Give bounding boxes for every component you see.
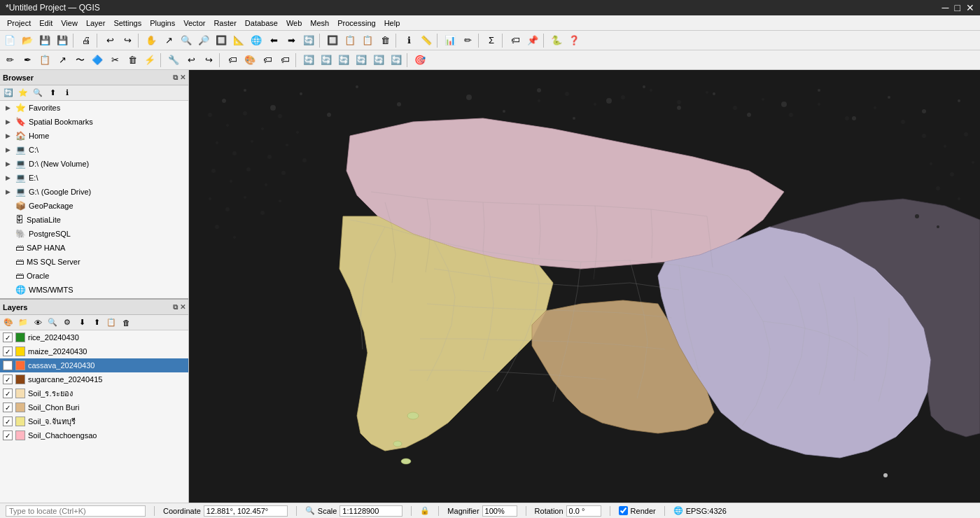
browser-tree-item[interactable]: ▶ 💻 C:\ bbox=[0, 143, 188, 157]
label-edit-3[interactable]: 🏷 bbox=[259, 52, 276, 69]
identify-button[interactable]: ℹ bbox=[400, 32, 417, 49]
pan-to-selection-button[interactable]: ↗ bbox=[160, 32, 177, 49]
digitize-btn-4[interactable]: ↗ bbox=[54, 52, 71, 69]
layer-item[interactable]: ✓ rice_20240430 bbox=[0, 330, 188, 344]
browser-add-fav-btn[interactable]: ⭐ bbox=[16, 87, 30, 99]
browser-refresh-btn[interactable]: 🔄 bbox=[1, 87, 15, 99]
menu-item-vector[interactable]: Vector bbox=[179, 18, 209, 29]
new-project-button[interactable]: 📄 bbox=[1, 32, 18, 49]
browser-filter-btn[interactable]: 🔍 bbox=[31, 87, 45, 99]
epsg-item[interactable]: 🌐 EPSG:4326 bbox=[673, 506, 727, 515]
layer-item[interactable]: ✓ Soil_ร.ระยอง bbox=[0, 386, 188, 400]
manage-vis-btn[interactable]: 👁 bbox=[31, 316, 45, 329]
browser-tree-item[interactable]: ▶ ⭐ Favorites bbox=[0, 101, 188, 115]
menu-item-layer[interactable]: Layer bbox=[82, 18, 110, 29]
digitize-btn-1[interactable]: ✏ bbox=[1, 52, 18, 69]
browser-tree-item[interactable]: ▶ 💻 G:\ (Google Drive) bbox=[0, 185, 188, 199]
layer-item[interactable]: ✓ sugarcane_20240415 bbox=[0, 372, 188, 386]
adv-dig-5[interactable]: 🔄 bbox=[370, 52, 387, 69]
statistics-button[interactable]: Σ bbox=[483, 32, 500, 49]
layer-item[interactable]: ✓ Soil_จ.จันทบุรี bbox=[0, 414, 188, 428]
browser-collapse-btn[interactable]: ⬆ bbox=[46, 87, 59, 99]
menu-item-raster[interactable]: Raster bbox=[209, 18, 240, 29]
browser-info-btn[interactable]: ℹ bbox=[60, 87, 74, 99]
adv-dig-4[interactable]: 🔄 bbox=[353, 52, 370, 69]
adv-dig-6[interactable]: 🔄 bbox=[388, 52, 405, 69]
browser-tree-item[interactable]: 🗃 MS SQL Server bbox=[0, 255, 188, 269]
duplicate-layer-btn[interactable]: 📋 bbox=[104, 316, 118, 329]
browser-tree-item[interactable]: 🎬 Scenes bbox=[0, 297, 188, 298]
locate-bar[interactable] bbox=[6, 505, 146, 517]
layer-checkbox[interactable]: ✓ bbox=[3, 402, 13, 412]
browser-float-btn[interactable]: ⧉ bbox=[173, 74, 178, 82]
digitize-btn-7[interactable]: ✂ bbox=[106, 52, 123, 69]
browser-tree-item[interactable]: ▶ 🔖 Spatial Bookmarks bbox=[0, 115, 188, 129]
browser-tree-item[interactable]: 🗃 SAP HANA bbox=[0, 241, 188, 255]
layer-item[interactable]: ✓ maize_20240430 bbox=[0, 344, 188, 358]
layer-options-btn[interactable]: ⚙ bbox=[60, 316, 74, 329]
menu-item-view[interactable]: View bbox=[57, 18, 82, 29]
adv-dig-3[interactable]: 🔄 bbox=[335, 52, 352, 69]
filter-layer-btn[interactable]: 🔍 bbox=[46, 316, 59, 329]
label-edit-4[interactable]: 🏷 bbox=[276, 52, 293, 69]
digitize-btn-9[interactable]: ⚡ bbox=[141, 52, 158, 69]
browser-tree-item[interactable]: 🗃 Oracle bbox=[0, 269, 188, 283]
layer-checkbox[interactable]: ✓ bbox=[3, 332, 13, 342]
adv-dig-2[interactable]: 🔄 bbox=[318, 52, 335, 69]
measure-button[interactable]: 📏 bbox=[418, 32, 435, 49]
open-editor-button[interactable]: ✏ bbox=[459, 32, 476, 49]
redo-button[interactable]: ↪ bbox=[119, 32, 136, 49]
menu-item-project[interactable]: Project bbox=[3, 18, 35, 29]
browser-tree-item[interactable]: 🌐 WMS/WMTS bbox=[0, 283, 188, 297]
print-button[interactable]: 🖨 bbox=[78, 32, 94, 49]
sensor-btn[interactable]: 🎯 bbox=[412, 52, 428, 69]
layer-checkbox[interactable]: ✓ bbox=[3, 416, 13, 426]
digitize-btn-11[interactable]: ↩ bbox=[183, 52, 200, 69]
menu-item-edit[interactable]: Edit bbox=[35, 18, 57, 29]
layer-item[interactable]: ✓ Soil_Chachoengsao bbox=[0, 428, 188, 442]
undo-button[interactable]: ↩ bbox=[102, 32, 118, 49]
layers-float-btn[interactable]: ⧉ bbox=[173, 303, 178, 312]
python-button[interactable]: 🐍 bbox=[548, 32, 565, 49]
minimize-button[interactable]: ─ bbox=[942, 2, 949, 13]
menu-item-plugins[interactable]: Plugins bbox=[146, 18, 179, 29]
open-project-button[interactable]: 📂 bbox=[19, 32, 36, 49]
zoom-out-button[interactable]: 🔎 bbox=[195, 32, 212, 49]
menu-item-mesh[interactable]: Mesh bbox=[306, 18, 333, 29]
browser-close-btn[interactable]: ✕ bbox=[180, 74, 186, 82]
render-checkbox[interactable] bbox=[619, 506, 628, 515]
select-features-button[interactable]: 🔲 bbox=[324, 32, 341, 49]
layer-checkbox[interactable]: ✓ bbox=[3, 346, 13, 356]
adv-dig-1[interactable]: 🔄 bbox=[300, 52, 317, 69]
magnifier-input[interactable] bbox=[482, 505, 517, 517]
add-group-btn[interactable]: 📁 bbox=[16, 316, 30, 329]
label-edit-2[interactable]: 🎨 bbox=[241, 52, 258, 69]
save-project-button[interactable]: 💾 bbox=[36, 32, 53, 49]
menu-item-web[interactable]: Web bbox=[282, 18, 306, 29]
layer-checkbox[interactable]: ✓ bbox=[3, 374, 13, 384]
zoom-in-button[interactable]: 🔍 bbox=[178, 32, 195, 49]
pin-label-button[interactable]: 📌 bbox=[524, 32, 541, 49]
label-button[interactable]: 🏷 bbox=[507, 32, 524, 49]
zoom-rubber-band-button[interactable]: 🔲 bbox=[213, 32, 230, 49]
zoom-last-button[interactable]: ⬅ bbox=[265, 32, 282, 49]
menu-item-help[interactable]: Help bbox=[380, 18, 405, 29]
coordinate-input[interactable] bbox=[204, 505, 288, 517]
menu-item-processing[interactable]: Processing bbox=[333, 18, 379, 29]
map-canvas[interactable] bbox=[189, 70, 980, 503]
help-button[interactable]: ❓ bbox=[566, 32, 582, 49]
remove-layer-btn[interactable]: 🗑 bbox=[119, 316, 133, 329]
digitize-btn-10[interactable]: 🔧 bbox=[165, 52, 182, 69]
digitize-btn-5[interactable]: 〜 bbox=[71, 52, 88, 69]
menu-item-settings[interactable]: Settings bbox=[109, 18, 146, 29]
browser-tree-item[interactable]: ▶ 🏠 Home bbox=[0, 129, 188, 143]
layers-close-btn[interactable]: ✕ bbox=[180, 303, 186, 312]
browser-tree-item[interactable]: ▶ 💻 E:\ bbox=[0, 171, 188, 185]
save-as-button[interactable]: 💾 bbox=[54, 32, 71, 49]
digitize-btn-2[interactable]: ✒ bbox=[19, 52, 36, 69]
digitize-btn-3[interactable]: 📋 bbox=[36, 52, 53, 69]
pan-map-button[interactable]: ✋ bbox=[143, 32, 160, 49]
move-layer-up-btn[interactable]: ⬆ bbox=[90, 316, 104, 329]
move-layer-down-btn[interactable]: ⬇ bbox=[75, 316, 89, 329]
locate-input[interactable] bbox=[6, 505, 146, 517]
